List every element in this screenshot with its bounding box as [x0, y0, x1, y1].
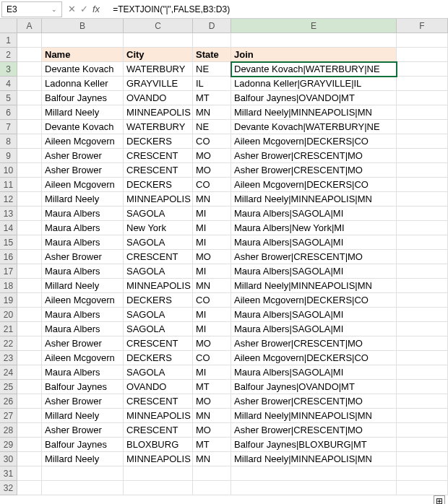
- cell-B23[interactable]: Aileen Mcgovern: [42, 351, 124, 365]
- cell-F32[interactable]: [397, 481, 448, 495]
- cell-A21[interactable]: [17, 322, 42, 336]
- fx-icon[interactable]: fx: [92, 4, 100, 14]
- cell-C16[interactable]: CRESCENT: [124, 250, 193, 264]
- cell-E27[interactable]: Millard Neely|MINNEAPOLIS|MN: [231, 409, 397, 423]
- cell-D17[interactable]: MI: [193, 264, 231, 279]
- cell-A14[interactable]: [17, 221, 42, 235]
- cell-E26[interactable]: Asher Brower|CRESCENT|MO: [231, 394, 397, 409]
- cell-C31[interactable]: [124, 466, 193, 481]
- cell-E18[interactable]: Millard Neely|MINNEAPOLIS|MN: [231, 279, 397, 293]
- cell-F31[interactable]: [397, 466, 448, 481]
- cell-D8[interactable]: CO: [193, 134, 231, 149]
- cell-F10[interactable]: [397, 163, 448, 178]
- row-header-23[interactable]: 23: [0, 351, 17, 365]
- row-header-8[interactable]: 8: [0, 134, 17, 149]
- row-header-12[interactable]: 12: [0, 192, 17, 207]
- cell-C3[interactable]: WATERBURY: [124, 62, 193, 77]
- cell-B25[interactable]: Balfour Jaynes: [42, 380, 124, 394]
- cell-F25[interactable]: [397, 380, 448, 394]
- cell-C32[interactable]: [124, 481, 193, 495]
- cell-F16[interactable]: [397, 250, 448, 264]
- cell-A10[interactable]: [17, 163, 42, 178]
- cell-E30[interactable]: Millard Neely|MINNEAPOLIS|MN: [231, 452, 397, 466]
- cell-D27[interactable]: MN: [193, 409, 231, 423]
- cell-B1[interactable]: [42, 33, 124, 48]
- cell-D16[interactable]: MO: [193, 250, 231, 264]
- cell-E23[interactable]: Aileen Mcgovern|DECKERS|CO: [231, 351, 397, 365]
- cell-A27[interactable]: [17, 409, 42, 423]
- cell-C4[interactable]: GRAYVILLE: [124, 77, 193, 91]
- cell-A23[interactable]: [17, 351, 42, 365]
- cell-F17[interactable]: [397, 264, 448, 279]
- cell-D10[interactable]: MO: [193, 163, 231, 178]
- cell-C2[interactable]: City: [124, 48, 193, 62]
- cell-D9[interactable]: MO: [193, 149, 231, 163]
- cell-E19[interactable]: Aileen Mcgovern|DECKERS|CO: [231, 293, 397, 308]
- cell-F4[interactable]: [397, 77, 448, 91]
- cell-B27[interactable]: Millard Neely: [42, 409, 124, 423]
- cell-D32[interactable]: [193, 481, 231, 495]
- spreadsheet-grid[interactable]: ABCDEF12NameCityStateJoin3Devante Kovach…: [0, 19, 448, 495]
- cell-A8[interactable]: [17, 134, 42, 149]
- cancel-icon[interactable]: ✕: [68, 4, 76, 14]
- cell-D3[interactable]: NE: [193, 62, 231, 77]
- cell-D6[interactable]: MN: [193, 105, 231, 120]
- cell-F15[interactable]: [397, 235, 448, 250]
- cell-B31[interactable]: [42, 466, 124, 481]
- cell-A16[interactable]: [17, 250, 42, 264]
- cell-F26[interactable]: [397, 394, 448, 409]
- cell-E29[interactable]: Balfour Jaynes|BLOXBURG|MT: [231, 438, 397, 452]
- cell-F30[interactable]: [397, 452, 448, 466]
- row-header-17[interactable]: 17: [0, 264, 17, 279]
- cell-C11[interactable]: DECKERS: [124, 178, 193, 192]
- cell-A13[interactable]: [17, 207, 42, 221]
- cell-F7[interactable]: [397, 120, 448, 134]
- cell-D22[interactable]: MO: [193, 336, 231, 351]
- col-header-E[interactable]: E: [231, 19, 397, 33]
- cell-D2[interactable]: State: [193, 48, 231, 62]
- row-header-11[interactable]: 11: [0, 178, 17, 192]
- cell-C9[interactable]: CRESCENT: [124, 149, 193, 163]
- cell-B20[interactable]: Maura Albers: [42, 308, 124, 322]
- row-header-24[interactable]: 24: [0, 365, 17, 380]
- cell-B30[interactable]: Millard Neely: [42, 452, 124, 466]
- cell-E20[interactable]: Maura Albers|SAGOLA|MI: [231, 308, 397, 322]
- cell-D31[interactable]: [193, 466, 231, 481]
- cell-E2[interactable]: Join: [231, 48, 397, 62]
- cell-E24[interactable]: Maura Albers|SAGOLA|MI: [231, 365, 397, 380]
- cell-E16[interactable]: Asher Brower|CRESCENT|MO: [231, 250, 397, 264]
- cell-C10[interactable]: CRESCENT: [124, 163, 193, 178]
- row-header-6[interactable]: 6: [0, 105, 17, 120]
- row-header-1[interactable]: 1: [0, 33, 17, 48]
- cell-F2[interactable]: [397, 48, 448, 62]
- cell-E15[interactable]: Maura Albers|SAGOLA|MI: [231, 235, 397, 250]
- cell-D23[interactable]: CO: [193, 351, 231, 365]
- row-header-32[interactable]: 32: [0, 481, 17, 495]
- cell-D1[interactable]: [193, 33, 231, 48]
- cell-D4[interactable]: IL: [193, 77, 231, 91]
- row-header-16[interactable]: 16: [0, 250, 17, 264]
- cell-D29[interactable]: MT: [193, 438, 231, 452]
- cell-D12[interactable]: MN: [193, 192, 231, 207]
- cell-C1[interactable]: [124, 33, 193, 48]
- cell-C30[interactable]: MINNEAPOLIS: [124, 452, 193, 466]
- row-header-2[interactable]: 2: [0, 48, 17, 62]
- cell-B15[interactable]: Maura Albers: [42, 235, 124, 250]
- cell-A2[interactable]: [17, 48, 42, 62]
- cell-B14[interactable]: Maura Albers: [42, 221, 124, 235]
- row-header-26[interactable]: 26: [0, 394, 17, 409]
- col-header-C[interactable]: C: [124, 19, 193, 33]
- cell-B22[interactable]: Asher Brower: [42, 336, 124, 351]
- cell-B18[interactable]: Millard Neely: [42, 279, 124, 293]
- cell-E8[interactable]: Aileen Mcgovern|DECKERS|CO: [231, 134, 397, 149]
- cell-B8[interactable]: Aileen Mcgovern: [42, 134, 124, 149]
- formula-input[interactable]: =TEXTJOIN("|",FALSE,B3:D3): [110, 1, 448, 17]
- cell-E9[interactable]: Asher Brower|CRESCENT|MO: [231, 149, 397, 163]
- cell-A18[interactable]: [17, 279, 42, 293]
- cell-F3[interactable]: [397, 62, 448, 77]
- autofill-options[interactable]: ⊞: [0, 495, 448, 504]
- cell-B11[interactable]: Aileen Mcgovern: [42, 178, 124, 192]
- row-header-25[interactable]: 25: [0, 380, 17, 394]
- cell-E11[interactable]: Aileen Mcgovern|DECKERS|CO: [231, 178, 397, 192]
- cell-C12[interactable]: MINNEAPOLIS: [124, 192, 193, 207]
